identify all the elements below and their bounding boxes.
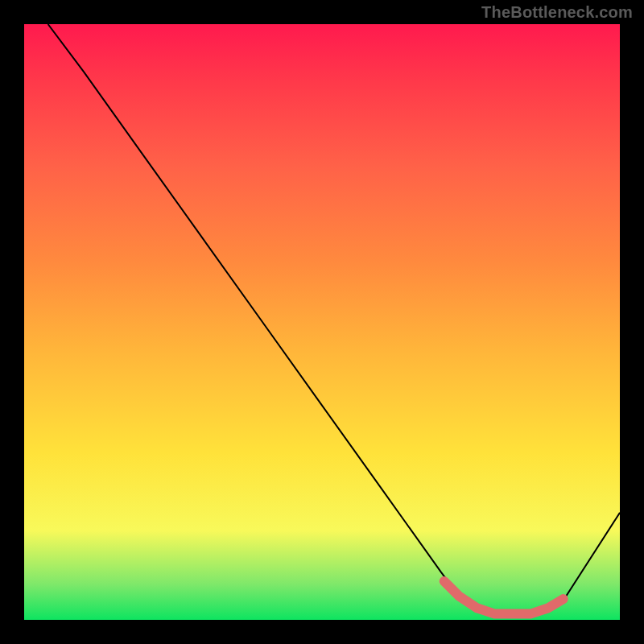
chart-plot-area — [24, 24, 620, 620]
chart-svg — [24, 24, 620, 620]
chart-frame: TheBottleneck.com — [0, 0, 644, 644]
series-curve — [48, 24, 620, 614]
series-valley-highlight — [444, 581, 564, 614]
watermark-text: TheBottleneck.com — [481, 3, 633, 22]
